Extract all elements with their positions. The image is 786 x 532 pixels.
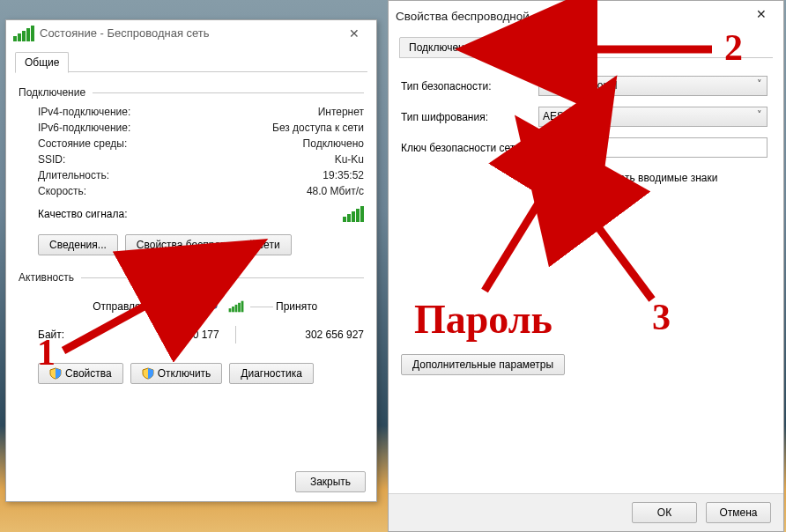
properties-titlebar: Свойства беспроводной сети Ku-Ku ✕	[389, 1, 783, 33]
recv-label: Принято	[276, 300, 364, 313]
line-right	[250, 307, 273, 307]
status-titlebar: Состояние - Беспроводная сеть ✕	[6, 20, 376, 47]
mini-signal-icon	[229, 301, 244, 313]
speed-label: Скорость:	[38, 185, 86, 197]
divider	[81, 277, 364, 278]
advanced-settings-button[interactable]: Дополнительные параметры	[401, 354, 565, 375]
group-activity: Активность Отправлено Принято	[19, 268, 364, 384]
diagnostics-button[interactable]: Диагностика	[229, 363, 314, 384]
security-type-label: Тип безопасности:	[401, 80, 538, 92]
group-connection: Подключение IPv4-подключение:Интернет IP…	[19, 83, 364, 255]
details-button[interactable]: Сведения...	[38, 234, 118, 255]
ipv4-label: IPv4-подключение:	[38, 106, 130, 118]
status-window: Состояние - Беспроводная сеть ✕ Общие По…	[5, 19, 377, 502]
status-title: Состояние - Беспроводная сеть	[40, 20, 210, 47]
properties-window: Свойства беспроводной сети Ku-Ku ✕ Подкл…	[388, 0, 784, 532]
tab-general[interactable]: Общие	[15, 52, 69, 73]
bytes-sent: 90 360 177	[107, 329, 219, 341]
wireless-properties-button[interactable]: Свойства беспроводной сети	[125, 234, 292, 255]
ipv6-label: IPv6-подключение:	[38, 122, 130, 134]
ssid-label: SSID:	[38, 153, 65, 166]
show-characters-checkbox[interactable]	[554, 171, 567, 184]
group-activity-title: Активность	[19, 271, 74, 284]
ok-button[interactable]: ОК	[632, 502, 697, 523]
security-key-label: Ключ безопасности сети	[401, 142, 538, 154]
security-type-select[interactable]: WPA2-Personal	[538, 76, 767, 96]
ipv4-value: Интернет	[318, 106, 364, 118]
properties-title: Свойства беспроводной сети Ku-Ku	[396, 1, 593, 33]
close-button[interactable]: Закрыть	[295, 471, 366, 492]
line-left	[155, 307, 178, 307]
monitors-icon	[182, 291, 222, 322]
tab-security[interactable]: Безопасность	[486, 37, 573, 58]
security-form: Тип безопасности: WPA2-Personal Тип шифр…	[389, 58, 783, 375]
speed-value: 48.0 Мбит/с	[307, 185, 364, 197]
encryption-type-label: Тип шифрования:	[401, 111, 538, 123]
encryption-type-select[interactable]: AES	[538, 107, 767, 127]
tab-connection[interactable]: Подключение	[399, 37, 486, 58]
ipv6-value: Без доступа к сети	[272, 122, 364, 134]
properties-button-label: Свойства	[65, 367, 112, 380]
bytes-label: Байт:	[38, 329, 107, 341]
security-key-input[interactable]	[538, 137, 767, 158]
signal-bars-icon	[343, 206, 364, 222]
close-icon[interactable]: ✕	[741, 1, 782, 27]
status-tabs: Общие	[15, 50, 367, 72]
duration-label: Длительность:	[38, 169, 109, 181]
properties-tabs: ПодключениеБезопасность	[399, 36, 773, 58]
divider	[235, 326, 236, 344]
shield-icon	[49, 367, 62, 380]
sent-label: Отправлено	[38, 300, 152, 313]
disable-button-label: Отключить	[158, 367, 211, 380]
disable-button[interactable]: Отключить	[130, 363, 223, 384]
show-characters-label: Отображать вводимые знаки	[575, 172, 717, 184]
duration-value: 19:35:52	[323, 169, 364, 181]
bytes-recv: 302 656 927	[252, 329, 364, 341]
properties-button[interactable]: Свойства	[38, 363, 123, 384]
ssid-value: Ku-Ku	[335, 153, 364, 166]
signal-icon	[13, 26, 34, 41]
media-value: Подключено	[303, 137, 364, 150]
svg-rect-3	[188, 302, 204, 313]
shield-icon	[142, 367, 154, 380]
divider	[93, 92, 364, 93]
cancel-button[interactable]: Отмена	[706, 502, 771, 523]
media-label: Состояние среды:	[38, 137, 127, 150]
close-icon[interactable]: ✕	[334, 20, 374, 47]
dialog-button-bar: ОК Отмена	[389, 493, 783, 531]
quality-label: Качество сигнала:	[38, 208, 127, 220]
group-connection-title: Подключение	[19, 86, 85, 99]
